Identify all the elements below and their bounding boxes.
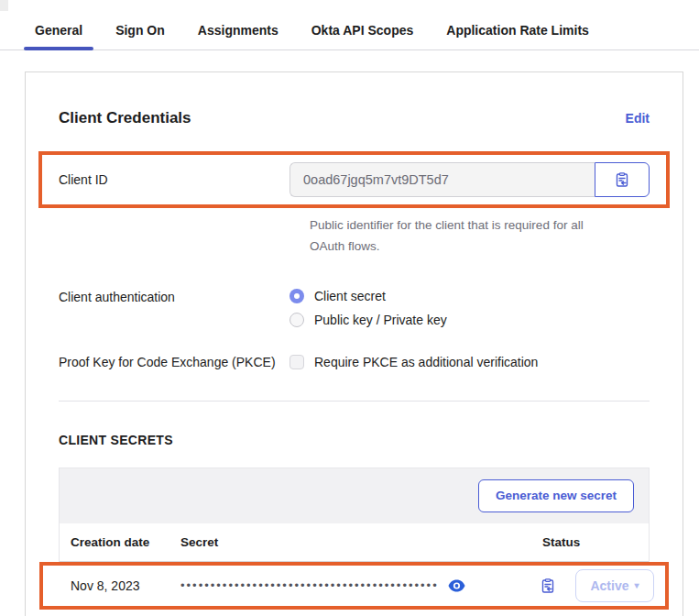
client-authentication-label: Client authentication (59, 289, 289, 327)
client-id-highlight-box: Client ID (38, 151, 670, 208)
column-header-secret: Secret (180, 535, 542, 549)
pkce-checkbox-option[interactable]: Require PKCE as additional verification (289, 355, 538, 369)
secrets-table-toolbar: Generate new secret (60, 468, 649, 523)
column-header-status: Status (542, 535, 638, 549)
section-title: Client Credentials (59, 109, 191, 127)
client-secrets-title: CLIENT SECRETS (59, 433, 650, 447)
eye-icon (448, 579, 465, 592)
section-divider (59, 401, 650, 402)
copy-secret-button[interactable] (540, 578, 556, 594)
client-id-help-text: Public identifier for the client that is… (310, 215, 621, 258)
client-secrets-table: Generate new secret Creation date Secret… (59, 468, 650, 610)
copy-secret-cell (520, 578, 575, 594)
client-id-group (289, 162, 650, 197)
section-header: Client Credentials Edit (59, 109, 650, 127)
chevron-down-icon: ▾ (635, 580, 639, 590)
reveal-secret-button[interactable] (448, 579, 465, 592)
tab-application-rate-limits[interactable]: Application Rate Limits (435, 11, 600, 50)
masked-secret-cell: ••••••••••••••••••••••••••••••••••••••••… (180, 578, 520, 592)
generate-new-secret-button[interactable]: Generate new secret (478, 479, 634, 512)
option-client-secret[interactable]: Client secret (289, 289, 447, 303)
secret-creation-date: Nov 8, 2023 (71, 578, 180, 593)
client-id-input[interactable] (289, 162, 595, 197)
radio-selected-icon[interactable] (289, 289, 304, 303)
pkce-option-label: Require PKCE as additional verification (314, 355, 538, 369)
column-header-creation-date: Creation date (71, 535, 180, 549)
app-tabbar: General Sign On Assignments Okta API Sco… (0, 11, 699, 50)
option-public-private-key[interactable]: Public key / Private key (289, 313, 447, 327)
pkce-row: Proof Key for Code Exchange (PKCE) Requi… (59, 355, 650, 369)
client-credentials-card: Client Credentials Edit Client ID (25, 72, 683, 616)
client-authentication-options: Client secret Public key / Private key (289, 289, 447, 327)
checkbox-unchecked-icon[interactable] (289, 355, 304, 369)
masked-secret-value: ••••••••••••••••••••••••••••••••••••••••… (180, 578, 439, 592)
tab-okta-api-scopes[interactable]: Okta API Scopes (300, 11, 425, 50)
tab-sign-on[interactable]: Sign On (104, 11, 176, 50)
client-authentication-row: Client authentication Client secret Publ… (59, 289, 650, 327)
edit-link[interactable]: Edit (626, 111, 650, 126)
status-dropdown-button[interactable]: Active ▾ (575, 569, 654, 602)
status-badge: Active (590, 578, 628, 593)
tab-assignments[interactable]: Assignments (187, 11, 289, 50)
option-client-secret-label: Client secret (314, 289, 386, 303)
pkce-label: Proof Key for Code Exchange (PKCE) (59, 355, 289, 369)
table-row: Nov 8, 2023 ••••••••••••••••••••••••••••… (43, 566, 665, 606)
tab-general[interactable]: General (24, 11, 93, 50)
clipboard-copy-icon (614, 171, 630, 188)
radio-unselected-icon[interactable] (289, 313, 304, 327)
secret-row-highlight-box: Nov 8, 2023 ••••••••••••••••••••••••••••… (39, 562, 669, 610)
copy-client-id-button[interactable] (595, 162, 650, 197)
option-public-private-key-label: Public key / Private key (314, 313, 447, 327)
secrets-table-header: Creation date Secret Status (60, 523, 649, 562)
client-id-row: Client ID (59, 162, 650, 197)
client-id-label: Client ID (59, 172, 289, 187)
clipboard-copy-icon (540, 578, 556, 594)
